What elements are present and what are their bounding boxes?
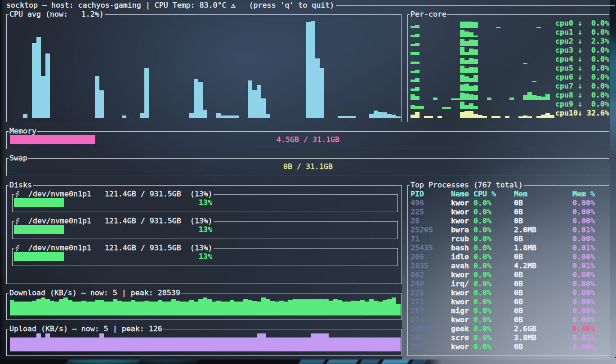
disk-title-0: /dev/nvme0n1p1 121.4GB / 931.5GB (13%) <box>20 190 214 199</box>
chart-bar <box>365 302 369 315</box>
chart-bar <box>387 299 392 315</box>
chart-bar <box>545 94 550 100</box>
chart-bar <box>302 299 306 315</box>
chart-bar <box>252 337 257 351</box>
proc-cell-6-3: 0B <box>514 253 523 262</box>
proc-cell-10-3: 0B <box>514 289 523 297</box>
chart-bar <box>99 300 104 315</box>
chart-bar <box>261 297 266 315</box>
chart-bar <box>194 337 198 351</box>
chart-bar <box>342 302 347 315</box>
chart-bar <box>23 114 27 118</box>
chart-bar <box>464 84 469 91</box>
chart-bar <box>144 301 149 315</box>
chart-bar <box>266 114 270 118</box>
proc-cell-9-3: 0B <box>514 280 523 289</box>
chart-bar <box>460 58 464 64</box>
chart-bar <box>378 112 383 118</box>
per-core-title: Per-core <box>410 10 447 19</box>
chart-bar <box>315 299 320 315</box>
proc-cell-7-3: 4.2MB <box>514 262 536 271</box>
chart-bar <box>473 114 478 118</box>
core-sparkline-9 <box>411 100 554 109</box>
chart-bar <box>464 93 469 100</box>
chart-bar <box>523 115 527 118</box>
proc-cell-9-1: irq/ <box>451 280 469 289</box>
proc-cell-15-1: scre <box>451 333 469 342</box>
chart-bar <box>23 337 27 351</box>
upload-history-chart <box>10 333 401 351</box>
border-line <box>214 221 398 222</box>
proc-cell-0-2: 0.0% <box>473 199 491 208</box>
chart-bar <box>424 116 429 118</box>
chart-bar <box>460 75 464 82</box>
download-panel: Download (KB/s) — now: 5 | peak: 28539 <box>6 293 402 320</box>
chart-bar <box>216 113 221 118</box>
proc-cell-4-1: rcub <box>451 235 469 244</box>
chart-bar <box>212 337 216 351</box>
chart-bar <box>324 333 329 351</box>
chart-bar <box>460 30 464 37</box>
chart-bar <box>279 301 284 315</box>
chart-bar <box>86 337 90 351</box>
chart-bar <box>239 337 243 351</box>
chart-bar <box>415 78 420 82</box>
proc-cell-4-0: 71 <box>411 235 420 244</box>
chart-bar <box>342 116 347 118</box>
app-title: socktop — host: cachyos-gaming | CPU Tem… <box>6 1 334 10</box>
chart-bar <box>496 116 500 118</box>
proc-cell-11-2: 0.0% <box>473 297 491 306</box>
chart-bar <box>469 22 473 28</box>
disks-title: Disks <box>9 181 33 190</box>
proc-cell-3-4: 0.01% <box>572 226 595 235</box>
chart-bar <box>27 302 32 315</box>
chart-bar <box>306 22 311 118</box>
chart-bar <box>189 113 194 118</box>
chart-bar <box>54 302 59 315</box>
border-line <box>214 248 398 249</box>
chart-bar <box>144 68 149 118</box>
chart-bar <box>95 337 99 351</box>
chart-bar <box>176 301 180 315</box>
proc-cell-5-0: 25435 <box>411 244 433 253</box>
disk-gauge-1: 13% <box>14 225 397 234</box>
chart-bar <box>284 337 288 351</box>
chart-bar <box>460 39 464 46</box>
memory-gauge-label: 4.5GB / 31.1GB <box>10 135 606 144</box>
chart-bar <box>234 302 239 315</box>
top-processes-title: Top Processes (767 total) <box>410 181 524 190</box>
chart-bar <box>149 337 153 351</box>
chart-bar <box>415 96 420 100</box>
chart-bar <box>176 337 180 351</box>
chart-bar <box>460 93 464 100</box>
chart-bar <box>185 302 189 315</box>
core-sparkline-3 <box>411 46 554 55</box>
chart-bar <box>541 97 545 100</box>
swap-title: Swap <box>9 154 28 163</box>
chart-bar <box>257 333 261 351</box>
chart-bar <box>288 300 293 315</box>
chart-bar <box>257 302 261 315</box>
chart-bar <box>469 78 473 82</box>
chart-bar <box>518 116 523 118</box>
left-edge-shadow <box>0 0 4 360</box>
proc-cell-3-2: 0.0% <box>473 226 491 235</box>
lightning-icon <box>15 191 20 198</box>
proc-cell-14-4: 8.46% <box>572 324 595 333</box>
chart-bar <box>320 299 324 315</box>
proc-cell-14-1: geek <box>451 324 469 333</box>
chart-bar <box>10 337 14 351</box>
proc-cell-1-3: 0B <box>514 208 523 217</box>
chart-bar <box>383 337 387 351</box>
chart-bar <box>158 337 162 351</box>
chart-bar <box>36 333 41 351</box>
proc-cell-5-4: 0.01% <box>572 244 595 253</box>
title-rule <box>336 5 615 6</box>
proc-cell-12-2: 0.0% <box>473 306 491 315</box>
chart-bar <box>374 301 378 315</box>
chart-bar <box>293 337 297 351</box>
chart-bar <box>32 301 36 315</box>
cpu-avg-panel: CPU avg (now: 1.2%) <box>6 14 402 122</box>
chart-bar <box>198 82 203 118</box>
chart-bar <box>491 116 496 118</box>
